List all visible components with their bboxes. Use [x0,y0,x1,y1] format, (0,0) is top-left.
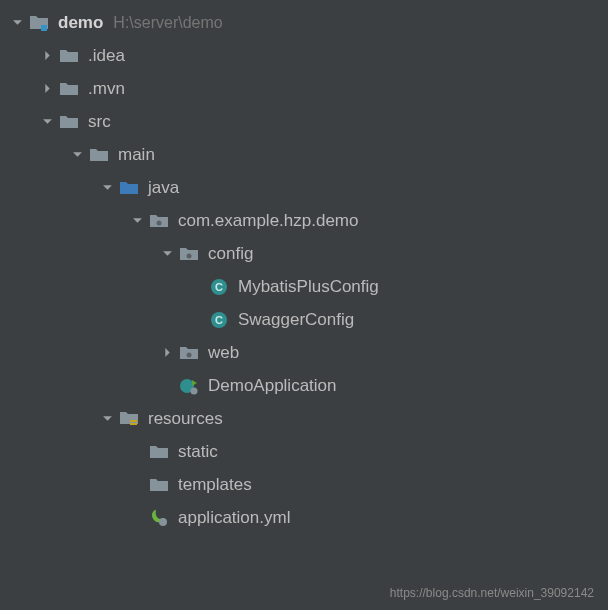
folder-icon [148,441,170,463]
tree-row[interactable]: web [0,336,608,369]
svg-rect-0 [41,25,47,31]
folder-icon [58,78,80,100]
tree-label: static [178,442,218,462]
folder-icon [58,111,80,133]
chevron-down-icon[interactable] [68,146,86,164]
svg-point-7 [187,352,192,357]
svg-text:C: C [215,281,223,293]
tree-row[interactable]: templates [0,468,608,501]
source-folder-icon [118,177,140,199]
package-icon [178,243,200,265]
tree-label: com.example.hzp.demo [178,211,358,231]
watermark-text: https://blog.csdn.net/weixin_39092142 [390,586,594,600]
java-class-icon: C [208,276,230,298]
svg-point-9 [191,387,198,394]
project-tree: demo H:\server\demo .idea .mvn src [0,0,608,534]
tree-row[interactable]: DemoApplication [0,369,608,402]
folder-icon [88,144,110,166]
tree-row[interactable]: .mvn [0,72,608,105]
tree-row-root[interactable]: demo H:\server\demo [0,6,608,39]
svg-text:C: C [215,314,223,326]
tree-label: config [208,244,253,264]
resources-folder-icon [118,408,140,430]
tree-row[interactable]: java [0,171,608,204]
svg-rect-11 [130,423,137,425]
tree-row[interactable]: main [0,138,608,171]
tree-label: application.yml [178,508,290,528]
tree-label: src [88,112,111,132]
tree-label: SwaggerConfig [238,310,354,330]
tree-label: DemoApplication [208,376,337,396]
module-folder-icon [28,12,50,34]
tree-row[interactable]: application.yml [0,501,608,534]
tree-row[interactable]: src [0,105,608,138]
svg-point-1 [157,220,162,225]
package-icon [148,210,170,232]
package-icon [178,342,200,364]
spring-boot-app-icon [178,375,200,397]
chevron-right-icon[interactable] [38,80,56,98]
tree-row[interactable]: static [0,435,608,468]
tree-label: demo [58,13,103,33]
chevron-down-icon[interactable] [38,113,56,131]
chevron-down-icon[interactable] [98,410,116,428]
tree-row[interactable]: resources [0,402,608,435]
tree-label: templates [178,475,252,495]
chevron-right-icon[interactable] [38,47,56,65]
tree-row[interactable]: C SwaggerConfig [0,303,608,336]
chevron-down-icon[interactable] [158,245,176,263]
tree-label: main [118,145,155,165]
chevron-down-icon[interactable] [8,14,26,32]
tree-row[interactable]: C MybatisPlusConfig [0,270,608,303]
java-class-icon: C [208,309,230,331]
tree-label: MybatisPlusConfig [238,277,379,297]
folder-icon [58,45,80,67]
chevron-down-icon[interactable] [128,212,146,230]
tree-label: java [148,178,179,198]
svg-point-12 [159,518,167,526]
chevron-down-icon[interactable] [98,179,116,197]
tree-label: .idea [88,46,125,66]
svg-point-2 [187,253,192,258]
chevron-right-icon[interactable] [158,344,176,362]
tree-path-hint: H:\server\demo [113,14,222,32]
svg-rect-10 [130,420,137,422]
tree-label: web [208,343,239,363]
tree-row[interactable]: .idea [0,39,608,72]
spring-config-icon [148,507,170,529]
folder-icon [148,474,170,496]
tree-row[interactable]: com.example.hzp.demo [0,204,608,237]
tree-label: .mvn [88,79,125,99]
tree-label: resources [148,409,223,429]
tree-row[interactable]: config [0,237,608,270]
